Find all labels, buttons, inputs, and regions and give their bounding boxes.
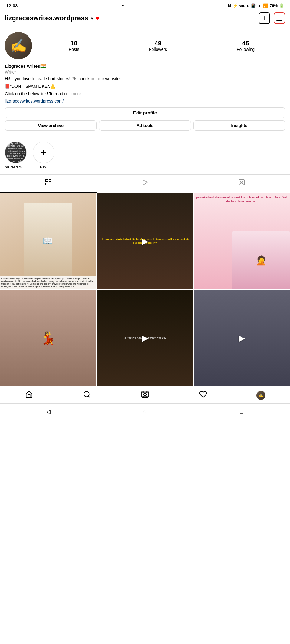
recents-icon: □ xyxy=(240,409,243,415)
status-time: 12:03 xyxy=(6,3,18,8)
highlight-circle: we are just a small page with few follow… xyxy=(5,142,27,163)
following-stat[interactable]: 45 Following xyxy=(237,40,255,52)
insights-button[interactable]: Insights xyxy=(193,120,285,131)
profile-stats: 10 Posts 49 Followers 45 Following xyxy=(38,40,285,52)
grid-item[interactable]: provoked and she wanted to meet the outc… xyxy=(194,193,290,289)
battery-text: 76% xyxy=(270,3,278,8)
header-left: lizgraceswrites.wordpress ∨ xyxy=(5,14,99,22)
vibrate-icon: 📳 xyxy=(251,3,256,8)
header: lizgraceswrites.wordpress ∨ + xyxy=(0,10,290,27)
posts-count: 10 xyxy=(71,40,77,47)
home-sys-icon: ○ xyxy=(143,409,147,415)
recents-button[interactable]: □ xyxy=(236,407,248,416)
ad-tools-button[interactable]: Ad tools xyxy=(99,120,191,131)
new-highlight-label: New xyxy=(40,165,47,169)
status-icons: N ⚡ VoLTE 📳 ▲ 📶 76% 🔋 xyxy=(228,3,284,8)
bluetooth-icon: ⚡ xyxy=(232,3,238,8)
profile-section: 10 Posts 49 Followers 45 Following Lizgr… xyxy=(0,27,290,139)
svg-rect-1 xyxy=(49,180,51,182)
grid-item[interactable]: 💃 xyxy=(0,290,96,386)
svg-point-7 xyxy=(84,391,89,397)
grid-item[interactable]: He was the happiest person has he... ▶ xyxy=(97,290,193,386)
view-archive-button[interactable]: View archive xyxy=(5,120,97,131)
wifi-icon: ▲ xyxy=(257,3,262,8)
new-highlight-item[interactable]: + New xyxy=(33,142,54,169)
tab-reels[interactable] xyxy=(97,175,193,193)
bio-text-2: 📕"DON'T SPAM LIKE".⚠️ xyxy=(5,83,285,90)
svg-rect-0 xyxy=(46,180,48,182)
nav-activity[interactable] xyxy=(196,389,211,401)
home-icon xyxy=(25,391,33,400)
svg-rect-2 xyxy=(46,183,48,185)
search-icon xyxy=(83,391,91,400)
profile-top: 10 Posts 49 Followers 45 Following xyxy=(5,32,285,59)
nav-home[interactable] xyxy=(21,389,37,401)
notification-dot xyxy=(96,17,99,20)
svg-rect-3 xyxy=(49,183,51,185)
bio-category: Writer xyxy=(5,70,285,74)
edit-profile-button[interactable]: Edit profile xyxy=(5,107,285,118)
highlights-section: we are just a small page with few follow… xyxy=(0,139,290,174)
secondary-buttons-row: View archive Ad tools Insights xyxy=(5,120,285,131)
tab-grid[interactable] xyxy=(0,175,97,193)
grid-item[interactable]: ▶ xyxy=(194,290,290,386)
volte-icon: VoLTE xyxy=(239,4,249,8)
following-count: 45 xyxy=(242,40,249,47)
svg-marker-4 xyxy=(143,180,147,185)
action-buttons: Edit profile View archive Ad tools Insig… xyxy=(5,107,285,131)
reels-nav-icon xyxy=(141,391,149,400)
grid-icon xyxy=(45,179,52,188)
back-button[interactable]: ◁ xyxy=(42,407,54,416)
battery-icon: 🔋 xyxy=(279,3,284,8)
nav-search[interactable] xyxy=(79,389,94,401)
chevron-down-icon[interactable]: ∨ xyxy=(91,16,94,21)
system-nav: ◁ ○ □ xyxy=(0,404,290,420)
signal-icon: 📶 xyxy=(263,3,268,8)
menu-button[interactable] xyxy=(274,12,285,24)
status-dot: • xyxy=(122,3,124,8)
following-label: Following xyxy=(237,47,255,52)
heart-icon xyxy=(199,391,207,400)
tab-tagged[interactable] xyxy=(193,175,290,193)
highlight-label: pls read this! ... xyxy=(5,165,27,169)
play-icon: ▶ xyxy=(142,333,148,343)
posts-stat[interactable]: 10 Posts xyxy=(69,40,79,52)
plus-icon: + xyxy=(41,147,47,158)
add-post-button[interactable]: + xyxy=(259,12,270,24)
reels-icon xyxy=(141,179,149,188)
new-highlight-circle[interactable]: + xyxy=(33,142,54,163)
grid-item[interactable]: 📖 Chloe is a normal girl but she was so … xyxy=(0,193,96,289)
grid-item[interactable]: He is nervous to tell about his heart to… xyxy=(97,193,193,289)
grid-section: 📖 Chloe is a normal girl but she was so … xyxy=(0,193,290,386)
bottom-nav: ✍ xyxy=(0,386,290,403)
posts-label: Posts xyxy=(69,47,79,52)
nav-profile[interactable]: ✍ xyxy=(253,389,269,401)
profile-avatar-nav: ✍ xyxy=(256,391,265,400)
followers-stat[interactable]: 49 Followers xyxy=(149,40,167,52)
plus-icon: + xyxy=(262,14,266,22)
svg-point-10 xyxy=(144,393,147,396)
hamburger-icon xyxy=(276,16,282,21)
highlight-item[interactable]: we are just a small page with few follow… xyxy=(5,142,27,169)
bio-link[interactable]: lizgraceswrites.wordpress.com/ xyxy=(5,99,64,103)
back-icon: ◁ xyxy=(46,408,51,415)
followers-label: Followers xyxy=(149,47,167,52)
highlight-thumb: we are just a small page with few follow… xyxy=(5,142,26,163)
home-button[interactable]: ○ xyxy=(139,407,151,416)
nav-reels[interactable] xyxy=(137,389,153,401)
bio-name: Lizgraces writes🇮🇳 xyxy=(5,64,285,69)
svg-point-6 xyxy=(241,181,242,183)
play-icon: ▶ xyxy=(142,236,148,246)
svg-line-8 xyxy=(88,396,90,397)
play-icon: ▶ xyxy=(239,333,245,343)
profile-bio: Lizgraces writes🇮🇳 Writer Hi! If you lov… xyxy=(5,64,285,104)
svg-rect-9 xyxy=(142,391,148,398)
nfc-icon: N xyxy=(228,3,231,8)
bio-text-3: Click on the below link! To read o... mo… xyxy=(5,91,285,97)
bio-more[interactable]: ... more xyxy=(67,91,81,96)
username-text[interactable]: lizgraceswrites.wordpress xyxy=(5,14,88,22)
status-bar: 12:03 • N ⚡ VoLTE 📳 ▲ 📶 76% 🔋 xyxy=(0,0,290,10)
tab-bar xyxy=(0,174,290,193)
avatar[interactable] xyxy=(5,32,32,59)
bio-text-1: Hi! If you love to read short stories! P… xyxy=(5,76,285,82)
